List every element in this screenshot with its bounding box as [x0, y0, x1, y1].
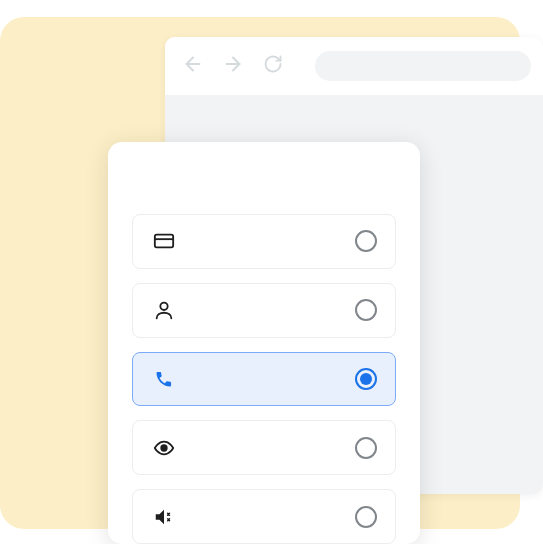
option-phone[interactable] — [132, 352, 396, 407]
arrow-left-icon — [182, 53, 204, 79]
arrow-right-icon — [222, 53, 244, 79]
refresh-button[interactable] — [257, 50, 289, 82]
option-volume[interactable] — [132, 489, 396, 544]
radio-button[interactable] — [355, 437, 377, 459]
option-credit-card[interactable] — [132, 214, 396, 269]
refresh-icon — [263, 54, 283, 78]
radio-button[interactable] — [355, 299, 377, 321]
eye-icon — [153, 437, 175, 459]
svg-rect-2 — [155, 235, 173, 248]
radio-button[interactable] — [355, 230, 377, 252]
svg-point-5 — [161, 445, 167, 451]
radio-button[interactable] — [355, 506, 377, 528]
browser-toolbar — [165, 37, 543, 95]
options-popup — [108, 142, 420, 544]
phone-icon — [153, 368, 175, 390]
svg-point-4 — [160, 303, 167, 310]
back-button[interactable] — [177, 50, 209, 82]
person-icon — [153, 299, 175, 321]
credit-card-icon — [153, 230, 175, 252]
radio-button[interactable] — [355, 368, 377, 390]
url-bar[interactable] — [315, 51, 531, 81]
forward-button[interactable] — [217, 50, 249, 82]
volume-icon — [153, 506, 175, 528]
option-visibility[interactable] — [132, 420, 396, 475]
option-person[interactable] — [132, 283, 396, 338]
